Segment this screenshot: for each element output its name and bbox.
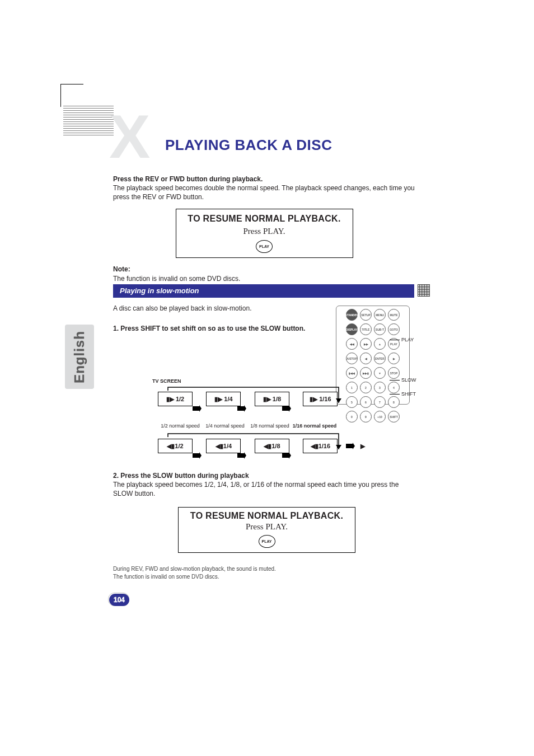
note-text: The function is invalid on some DVD disc… [113,275,240,283]
resume-line1: TO RESUME NORMAL PLAYBACK. [179,511,355,521]
remote-btn: ◀ [360,353,372,364]
footnote-b: The function is invalid on some DVD disc… [113,574,219,580]
remote-btn: ▶▶▮ [360,367,372,379]
resume-box-1: TO RESUME NORMAL PLAYBACK. Press PLAY. P… [176,209,353,259]
wrap-arrow-icon [151,386,341,406]
resume-line1: TO RESUME NORMAL PLAYBACK. [176,213,353,225]
remote-btn: MENU [374,309,386,321]
remote-btn: ▼ [374,367,386,379]
remote-btn: GOTO [388,323,400,335]
step-2-text: The playback speed becomes 1/2, 1/4, 1/8… [113,481,399,497]
page-title: PLAYING BACK A DISC [165,137,332,154]
remote-shift-btn: SHIFT [388,411,400,422]
arrow-right-icon [346,443,355,449]
svg-marker-3 [336,398,341,403]
remote-btn: ▶▶ [360,338,372,350]
step-2-heading: 2. Press the SLOW button during playback [113,472,249,480]
svg-marker-7 [282,452,291,459]
english-tab-label: English [72,331,87,383]
page-number: 104 [109,594,129,606]
remote-btn: 2 [360,382,372,393]
svg-marker-8 [336,445,341,449]
remote-btn: 0 [346,411,358,422]
remote-btn: SUB-T [374,323,386,335]
decorative-bars [63,104,114,137]
speed-label: 1/4 normal speed [203,423,247,429]
remote-slow-btn: 4 [388,382,400,393]
svg-marker-5 [193,452,202,459]
tv-screen-label: TV SCREEN [152,378,181,384]
remote-btn: MUTE [388,309,400,321]
callout-slow: SLOW [401,377,416,383]
speed-label: 1/16 normal speed [292,423,337,429]
callout-line [390,340,400,340]
callout-line [390,380,400,381]
hatch-decoration [418,284,430,297]
remote-btn: ▮◀◀ [346,367,358,379]
remote-btn: 8 [388,396,400,408]
section-header-slowmotion: Playing in slow-motion [113,284,414,298]
svg-marker-6 [237,452,246,459]
play-button-icon: PLAY [259,535,275,548]
remote-btn: DISPLAY [346,323,358,335]
arrow-right-icon [193,452,202,459]
remote-btn: ▲ [374,338,386,350]
remote-btn: A/STOP [346,353,358,364]
remote-diagram: STANDBYSETUPMENUMUTE DISPLAYTITLESUB-TGO… [336,306,410,405]
arrow-right-icon [282,452,291,459]
remote-btn: ENTER [374,353,386,364]
arrow-right-icon [237,452,246,459]
wrap-arrow-icon [151,433,341,453]
step-1: 1. Press SHIFT to set shift on so as to … [113,325,305,332]
resume-line2: Press PLAY. [176,226,353,237]
slowmotion-intro: A disc can also be played back in slow-m… [113,304,251,312]
resume-line2: Press PLAY. [179,522,355,532]
step-2: 2. Press the SLOW button during playback… [113,471,415,499]
remote-btn: ◀◀ [346,338,358,350]
remote-btn: SETUP [360,309,372,321]
footnote-a: During REV, FWD and slow-motion playback… [113,566,276,572]
crop-mark-tl [60,84,83,107]
english-tab: English [65,325,94,389]
footnote: During REV, FWD and slow-motion playback… [113,565,276,581]
speed-label: 1/8 normal speed [247,423,292,429]
remote-btn: STANDBY [346,309,358,321]
svg-marker-4 [346,443,355,449]
manual-page: X PLAYING BACK A DISC Press the REV or F… [0,0,534,756]
section-rev-fwd: Press the REV or FWD button during playb… [113,175,415,283]
remote-btn: +10 [374,411,386,422]
play-button-icon: PLAY [256,240,273,253]
remote-btn: STOP [388,367,400,379]
remote-btn: 9 [360,411,372,422]
instruction-text: The playback speed becomes double the no… [113,184,415,201]
remote-btn: 3 [374,382,386,393]
remote-btn: ▶ [388,353,400,364]
resume-box-2: TO RESUME NORMAL PLAYBACK. Press PLAY. P… [178,507,355,553]
remote-btn: 7 [374,396,386,408]
note-label: Note: [113,265,130,273]
remote-btn: 6 [360,396,372,408]
callout-shift: SHIFT [401,391,416,397]
speed-label: 1/2 normal speed [158,423,203,429]
remote-btn: 5 [346,396,358,408]
remote-btn: TITLE [360,323,372,335]
remote-btn: 1 [346,382,358,393]
callout-line [390,394,400,395]
callout-play: PLAY [401,337,414,342]
chapter-letter: X [109,112,150,161]
instruction-bold: Press the REV or FWD button during playb… [113,175,263,183]
section-slowmotion-body: A disc can also be played back in slow-m… [113,303,337,334]
